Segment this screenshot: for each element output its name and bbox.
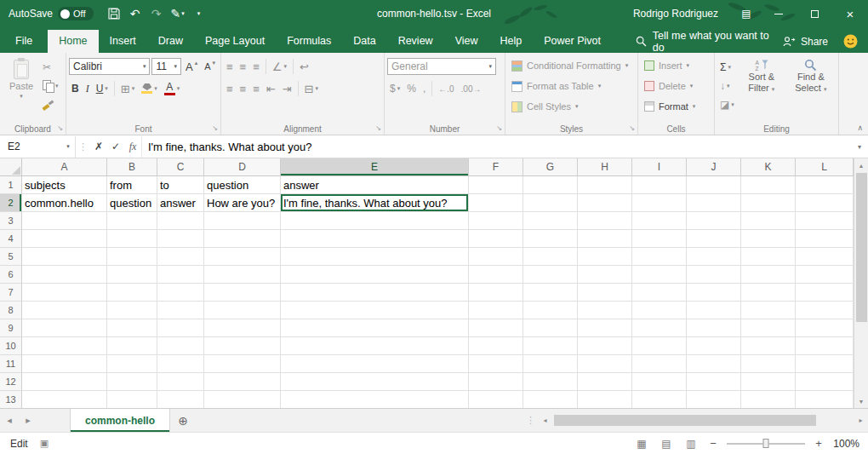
cell-F12[interactable] (469, 373, 523, 391)
feedback-smiley-icon[interactable] (843, 34, 858, 49)
cell-F4[interactable] (469, 230, 523, 248)
cell-H11[interactable] (578, 355, 632, 373)
cell-C2[interactable]: answer (157, 194, 204, 212)
wrap-text-button[interactable]: ↩ (297, 58, 311, 75)
cell-F5[interactable] (469, 248, 523, 266)
align-top-button[interactable]: ≡ (224, 58, 236, 75)
cell-J1[interactable] (687, 176, 741, 194)
fill-button[interactable]: ↓▾ (717, 78, 737, 95)
row-header-2[interactable]: 2 (0, 194, 22, 212)
cell-K7[interactable] (741, 284, 796, 302)
font-dialog-launcher[interactable]: ↘ (212, 125, 218, 132)
cell-F10[interactable] (469, 337, 523, 355)
cell-K4[interactable] (741, 230, 796, 248)
cell-L9[interactable] (796, 319, 854, 337)
cell-C9[interactable] (157, 319, 204, 337)
column-header-G[interactable]: G (523, 158, 578, 176)
scroll-down-button[interactable]: ▼ (854, 394, 868, 408)
column-header-H[interactable]: H (578, 158, 632, 176)
formula-input[interactable]: I'm fine, thanks. What about you? (141, 136, 852, 158)
cell-E8[interactable] (281, 302, 469, 319)
cell-K1[interactable] (741, 176, 796, 194)
cell-L12[interactable] (796, 373, 854, 391)
row-header-8[interactable]: 8 (0, 302, 22, 319)
tab-formulas[interactable]: Formulas (276, 30, 342, 53)
cell-G2[interactable] (523, 194, 578, 212)
cell-I12[interactable] (632, 373, 687, 391)
cell-I4[interactable] (632, 230, 687, 248)
cell-J9[interactable] (687, 319, 741, 337)
sheet-nav-right-button[interactable]: ▸ (19, 409, 37, 432)
horizontal-scrollbar[interactable]: ◂ ▸ (538, 409, 868, 432)
row-header-11[interactable]: 11 (0, 355, 22, 373)
name-box-dropdown-icon[interactable]: ▾ (61, 143, 75, 150)
cell-L7[interactable] (796, 284, 854, 302)
undo-button[interactable]: ↶ (125, 3, 146, 25)
cell-H6[interactable] (578, 266, 632, 284)
cell-A5[interactable] (22, 248, 107, 266)
cell-I8[interactable] (632, 302, 687, 319)
cell-L1[interactable] (796, 176, 854, 194)
cell-C10[interactable] (157, 337, 204, 355)
autosum-button[interactable]: Σ▾ (717, 59, 737, 76)
cell-B7[interactable] (107, 284, 157, 302)
cell-L5[interactable] (796, 248, 854, 266)
row-header-5[interactable]: 5 (0, 248, 22, 266)
column-header-D[interactable]: D (204, 158, 281, 176)
cell-H1[interactable] (578, 176, 632, 194)
autosave-toggle[interactable]: AutoSave Off (9, 7, 94, 20)
cell-B11[interactable] (107, 355, 157, 373)
cell-I10[interactable] (632, 337, 687, 355)
cell-E9[interactable] (281, 319, 469, 337)
cell-D1[interactable]: question (204, 176, 281, 194)
format-painter-button[interactable] (40, 96, 61, 113)
row-header-1[interactable]: 1 (0, 176, 22, 194)
cell-J7[interactable] (687, 284, 741, 302)
cell-E6[interactable] (281, 266, 469, 284)
insert-function-button[interactable]: fx (124, 141, 141, 153)
cell-I6[interactable] (632, 266, 687, 284)
cell-I9[interactable] (632, 319, 687, 337)
cell-H3[interactable] (578, 212, 632, 230)
scroll-left-button[interactable]: ◂ (538, 417, 552, 424)
cell-I3[interactable] (632, 212, 687, 230)
delete-cells-button[interactable]: Delete ▾ (641, 78, 711, 95)
copy-button[interactable]: ▾ (40, 78, 61, 95)
cell-C13[interactable] (157, 391, 204, 408)
cell-G5[interactable] (523, 248, 578, 266)
enter-button[interactable]: ✓ (107, 141, 124, 152)
cell-F7[interactable] (469, 284, 523, 302)
tab-page-layout[interactable]: Page Layout (194, 30, 276, 53)
cell-H2[interactable] (578, 194, 632, 212)
cell-G10[interactable] (523, 337, 578, 355)
row-header-12[interactable]: 12 (0, 373, 22, 391)
cell-G6[interactable] (523, 266, 578, 284)
cell-E10[interactable] (281, 337, 469, 355)
format-cells-button[interactable]: Format ▾ (641, 98, 711, 115)
pen-button[interactable]: ✎▾ (168, 3, 188, 25)
cell-K8[interactable] (741, 302, 796, 319)
cell-C8[interactable] (157, 302, 204, 319)
cell-C3[interactable] (157, 212, 204, 230)
cell-K2[interactable] (741, 194, 796, 212)
align-bottom-button[interactable]: ≡ (250, 58, 262, 75)
cell-L3[interactable] (796, 212, 854, 230)
cell-A12[interactable] (22, 373, 107, 391)
cell-D2[interactable]: How are you? (204, 194, 281, 212)
cell-D4[interactable] (204, 230, 281, 248)
conditional-formatting-button[interactable]: Conditional Formatting ▾ (508, 57, 635, 74)
decrease-decimal-button[interactable]: .00→ (459, 80, 484, 97)
font-name-select[interactable]: Calibri ▾ (69, 58, 150, 75)
cell-A6[interactable] (22, 266, 107, 284)
cell-E1[interactable]: answer (281, 176, 469, 194)
number-dialog-launcher[interactable]: ↘ (496, 125, 502, 132)
cell-C12[interactable] (157, 373, 204, 391)
cell-J6[interactable] (687, 266, 741, 284)
cell-D10[interactable] (204, 337, 281, 355)
increase-decimal-button[interactable]: ←.0 (436, 80, 456, 97)
cell-H9[interactable] (578, 319, 632, 337)
cell-K5[interactable] (741, 248, 796, 266)
number-format-select[interactable]: General ▾ (387, 58, 496, 75)
cell-C5[interactable] (157, 248, 204, 266)
cell-G3[interactable] (523, 212, 578, 230)
